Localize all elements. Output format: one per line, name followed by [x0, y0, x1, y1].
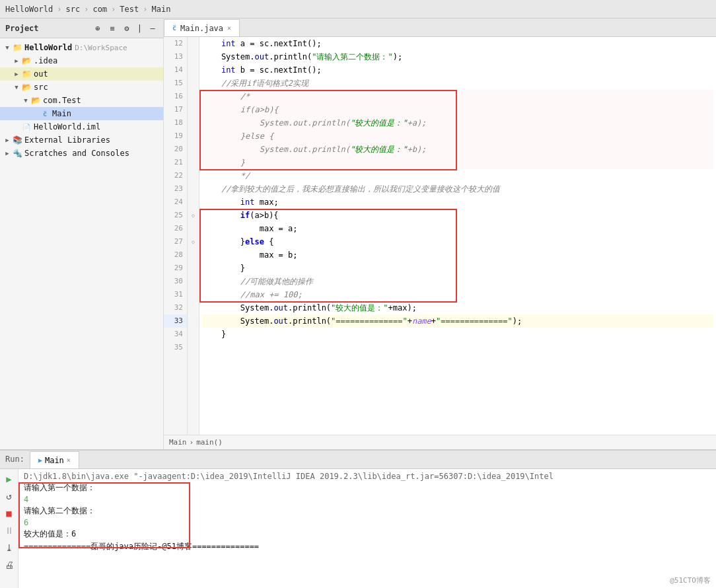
tree-label-out: out: [34, 69, 48, 79]
code-line-17: if(a>b){: [202, 103, 713, 116]
tab-main-java[interactable]: c̈ Main.java ×: [164, 19, 240, 36]
breadcrumb-src[interactable]: src: [65, 5, 80, 14]
tab-label-main: Main.java: [180, 24, 223, 33]
output-line-6: ==============磊哥的java历险记-@51博客==========…: [24, 541, 711, 552]
code-line-30: //可能做其他的操作: [202, 275, 713, 288]
editor-breadcrumb: Main › main(): [164, 435, 716, 449]
code-line-12: int a = sc.nextInt();: [202, 37, 713, 50]
breadcrumb-main[interactable]: Main: [151, 5, 170, 14]
toolbar-add-icon[interactable]: ⊕: [92, 23, 103, 34]
run-play-button[interactable]: ▶: [2, 472, 17, 486]
tree-label-ext-libs: External Libraries: [24, 135, 110, 145]
run-cmd-line: D:\jdk1.8\bin\java.exe "-javaagent:D:\id…: [24, 472, 711, 481]
run-tab-close[interactable]: ×: [67, 457, 71, 464]
tree-arrow-ext-libs[interactable]: ▶: [3, 137, 12, 143]
folder-icon-out: 📁: [21, 69, 32, 79]
code-line-33: System.out.println("=============="+name…: [202, 314, 713, 328]
breadcrumb-class: Main: [169, 438, 187, 447]
run-pause-button[interactable]: ⏸: [2, 523, 17, 538]
editor-area: c̈ Main.java × 12 13 14 15 16 17 18 19 2…: [164, 18, 716, 449]
run-tab-main[interactable]: ▶ Main ×: [30, 451, 79, 468]
code-line-35: [202, 341, 713, 354]
watermark: @51CTO博客: [670, 575, 711, 585]
scratch-icon: 🔩: [12, 148, 22, 159]
run-scroll-end-button[interactable]: ⤓: [2, 540, 17, 555]
breadcrumb-test[interactable]: Test: [120, 5, 139, 14]
code-line-26: max = a;: [202, 222, 713, 235]
code-line-22: */: [202, 169, 713, 182]
code-content[interactable]: int a = sc.nextInt(); System.out.println…: [199, 37, 716, 435]
run-output[interactable]: D:\jdk1.8\bin\java.exe "-javaagent:D:\id…: [18, 469, 716, 588]
run-rerun-button[interactable]: ↺: [2, 489, 17, 503]
code-line-27: }else {: [202, 235, 713, 248]
run-panel: Run: ▶ Main × ▶ ↺ ■ ⏸ ⤓ 🖨 D:\jdk1.8\bin\…: [0, 449, 716, 588]
sidebar-title: Project: [5, 24, 89, 33]
top-bar: HelloWorld › src › com › Test › Main: [0, 0, 716, 18]
toolbar-list-icon[interactable]: ≡: [107, 23, 118, 34]
tree-label-src: src: [34, 83, 48, 92]
tree-label-idea: .idea: [34, 56, 57, 65]
run-tab-icon: ▶: [38, 457, 42, 464]
tree-label-com-test: com.Test: [43, 96, 81, 105]
project-icon: 📁: [12, 42, 22, 53]
toolbar-collapse-icon[interactable]: —: [147, 23, 158, 34]
breadcrumb-com[interactable]: com: [92, 5, 107, 14]
folder-icon-idea: 📂: [21, 55, 32, 66]
folder-icon-src: 📂: [21, 82, 32, 92]
run-tabs: Run: ▶ Main ×: [0, 451, 716, 469]
tree-item-src[interactable]: ▼ 📂 src: [0, 81, 163, 94]
lib-icon: 📚: [12, 135, 22, 145]
output-line-2: 4: [24, 495, 711, 504]
tree-arrow-com-test[interactable]: ▼: [21, 97, 30, 104]
code-wrapper: 12 13 14 15 16 17 18 19 20 21 22 23 24 2…: [164, 37, 716, 435]
run-tab-label: Main: [45, 456, 64, 465]
code-line-16: /*: [202, 90, 713, 103]
code-line-32: System.out.println("较大的值是："+max);: [202, 301, 713, 314]
breadcrumb-helloworld[interactable]: HelloWorld: [5, 5, 53, 14]
tree-arrow-helloworld[interactable]: ▼: [3, 44, 12, 51]
sidebar-toolbar: Project ⊕ ≡ ⚙ | —: [0, 18, 163, 38]
tree-item-out[interactable]: ▶ 📁 out: [0, 67, 163, 81]
gutter: ◇ ◇: [188, 37, 199, 435]
code-line-14: int b = sc.nextInt();: [202, 63, 713, 77]
java-tab-icon: c̈: [172, 24, 176, 32]
toolbar-gear-icon[interactable]: ⚙: [122, 23, 132, 34]
tree-item-scratches[interactable]: ▶ 🔩 Scratches and Consoles: [0, 147, 163, 160]
run-print-button[interactable]: 🖨: [2, 558, 17, 572]
code-line-13: System.out.println("请输入第二个数据：");: [202, 50, 713, 63]
breadcrumb-method: main(): [196, 438, 223, 447]
tree-arrow-src[interactable]: ▼: [12, 84, 21, 91]
iml-icon: 📄: [21, 122, 32, 132]
code-line-25: if(a>b){: [202, 209, 713, 222]
tab-close-main[interactable]: ×: [227, 24, 231, 32]
run-content: ▶ ↺ ■ ⏸ ⤓ 🖨 D:\jdk1.8\bin\java.exe "-jav…: [0, 469, 716, 588]
code-line-21: }: [202, 156, 713, 169]
line-numbers: 12 13 14 15 16 17 18 19 20 21 22 23 24 2…: [164, 37, 188, 435]
tree-label-helloworld-path: D:\WorkSpace: [75, 44, 127, 52]
tree-item-helloworld[interactable]: ▼ 📁 HelloWorld D:\WorkSpace: [0, 41, 163, 54]
code-line-24: int max;: [202, 196, 713, 209]
tree-item-main[interactable]: c̈ Main: [0, 107, 163, 120]
tree-item-com-test[interactable]: ▼ 📂 com.Test: [0, 94, 163, 107]
tree-label-main: Main: [52, 109, 71, 118]
code-line-34: }: [202, 328, 713, 341]
tree-item-helloworld-iml[interactable]: 📄 HelloWorld.iml: [0, 120, 163, 133]
java-icon-main: c̈: [40, 108, 50, 119]
folder-icon-com-test: 📂: [30, 95, 41, 106]
tree-arrow-out[interactable]: ▶: [12, 71, 21, 77]
code-line-15: //采用if语句格式2实现: [202, 77, 713, 90]
code-line-31: //max += 100;: [202, 288, 713, 301]
tree-arrow-scratches[interactable]: ▶: [3, 150, 12, 157]
code-editor[interactable]: 12 13 14 15 16 17 18 19 20 21 22 23 24 2…: [164, 37, 716, 435]
tree-label-helloworld: HelloWorld: [24, 43, 72, 52]
tree-label-helloworld-iml: HelloWorld.iml: [34, 122, 100, 131]
tree-label-scratches: Scratches and Consoles: [24, 149, 129, 158]
run-toolbar: ▶ ↺ ■ ⏸ ⤓ 🖨: [0, 469, 18, 588]
output-line-3: 请输入第二个数据：: [24, 505, 711, 517]
run-label: Run:: [0, 450, 30, 468]
tree-arrow-idea[interactable]: ▶: [12, 57, 21, 64]
run-stop-button[interactable]: ■: [2, 506, 17, 521]
tree-item-idea[interactable]: ▶ 📂 .idea: [0, 54, 163, 67]
output-line-4: 6: [24, 518, 711, 527]
tree-item-ext-libs[interactable]: ▶ 📚 External Libraries: [0, 133, 163, 147]
